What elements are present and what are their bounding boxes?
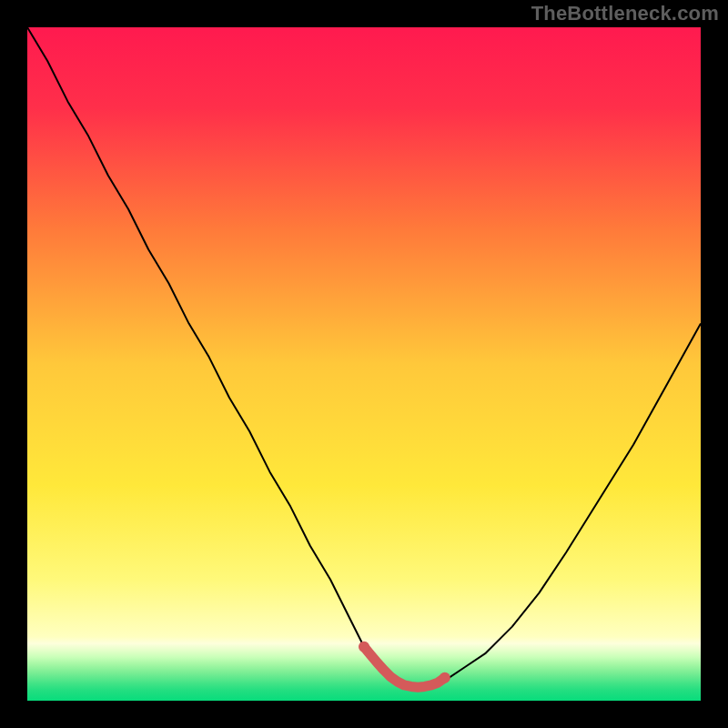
watermark-text: TheBottleneck.com — [531, 2, 719, 25]
bottleneck-chart — [0, 0, 728, 728]
